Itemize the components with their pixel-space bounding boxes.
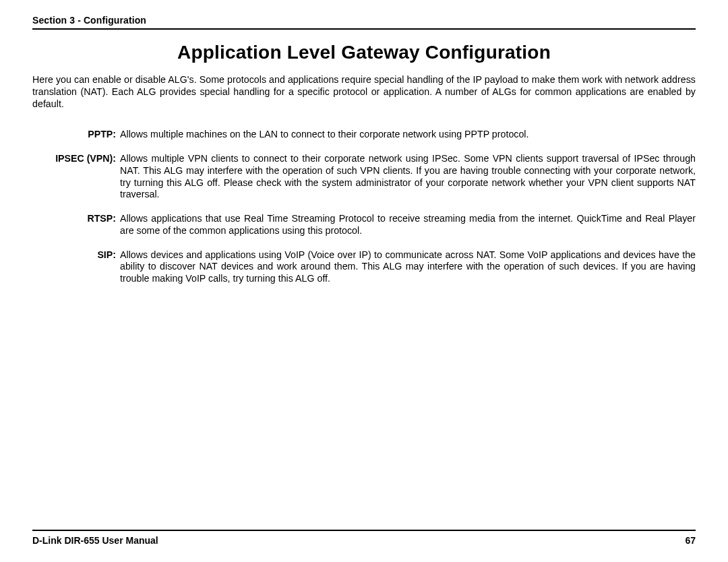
definition-description: Allows applications that use Real Time S…	[120, 213, 696, 237]
definition-term: RTSP:	[32, 213, 120, 237]
footer-manual-name: D-Link DIR-655 User Manual	[32, 535, 158, 546]
page-title: Application Level Gateway Configuration	[32, 42, 696, 63]
definition-term: IPSEC (VPN):	[32, 153, 120, 201]
footer-page-number: 67	[685, 535, 696, 546]
definition-item: RTSP: Allows applications that use Real …	[32, 213, 696, 237]
section-label: Section 3 - Configuration	[32, 15, 696, 26]
page-footer: D-Link DIR-655 User Manual 67	[32, 530, 696, 546]
intro-paragraph: Here you can enable or disable ALG's. So…	[32, 74, 696, 110]
definition-list: PPTP: Allows multiple machines on the LA…	[32, 129, 696, 285]
definition-item: IPSEC (VPN): Allows multiple VPN clients…	[32, 153, 696, 201]
definition-description: Allows multiple VPN clients to connect t…	[120, 153, 696, 201]
definition-description: Allows multiple machines on the LAN to c…	[120, 129, 696, 141]
definition-item: SIP: Allows devices and applications usi…	[32, 249, 696, 285]
definition-term: PPTP:	[32, 129, 120, 141]
page-header: Section 3 - Configuration	[32, 15, 696, 30]
definition-item: PPTP: Allows multiple machines on the LA…	[32, 129, 696, 141]
definition-term: SIP:	[32, 249, 120, 285]
definition-description: Allows devices and applications using Vo…	[120, 249, 696, 285]
